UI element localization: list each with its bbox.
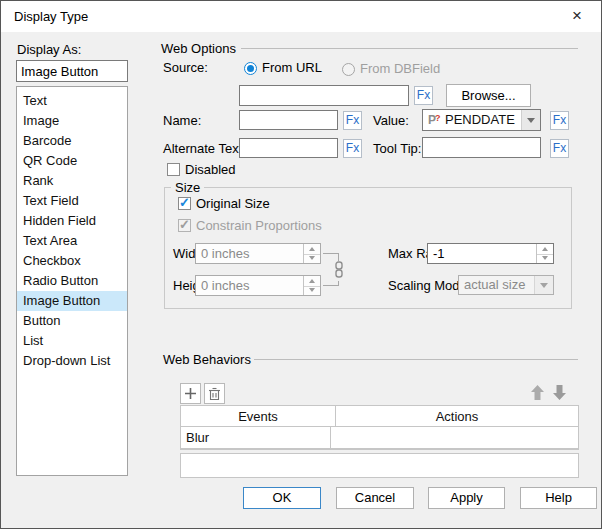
tool-tip-label: Tool Tip: bbox=[373, 141, 421, 156]
behaviors-empty-area bbox=[180, 453, 579, 478]
height-spinner: 0 inches bbox=[195, 275, 321, 296]
help-button[interactable]: Help bbox=[520, 487, 597, 509]
scaling-mode-arrow-zone bbox=[534, 276, 553, 294]
display-as-current-field[interactable] bbox=[16, 60, 128, 82]
list-item-drop-down-list[interactable]: Drop-down List bbox=[17, 351, 127, 371]
check-icon: ✓ bbox=[179, 217, 190, 232]
url-formula-button[interactable]: Fx bbox=[414, 86, 433, 105]
behaviors-table: Events Actions Blur bbox=[180, 405, 579, 450]
spin-up-icon bbox=[309, 247, 315, 251]
name-label: Name: bbox=[163, 113, 201, 128]
title-bar: Display Type × bbox=[1, 1, 601, 32]
original-size-label[interactable]: Original Size bbox=[196, 196, 270, 211]
constrain-proportions-checkbox: ✓ bbox=[178, 219, 191, 232]
width-spin-buttons bbox=[303, 244, 320, 263]
max-ratio-spin-buttons[interactable] bbox=[536, 244, 553, 263]
close-button[interactable]: × bbox=[561, 1, 593, 32]
move-down-button bbox=[551, 383, 568, 402]
name-formula-button[interactable]: Fx bbox=[343, 111, 362, 130]
height-value: 0 inches bbox=[201, 276, 249, 295]
tool-tip-input[interactable] bbox=[422, 137, 541, 158]
link-bracket-bottom bbox=[323, 285, 339, 286]
from-url-label[interactable]: From URL bbox=[262, 60, 322, 75]
list-item-rank[interactable]: Rank bbox=[17, 171, 127, 191]
height-spin-buttons bbox=[303, 276, 320, 295]
size-group-label: Size bbox=[171, 180, 204, 195]
event-cell[interactable]: Blur bbox=[181, 427, 331, 449]
display-as-label: Display As: bbox=[17, 42, 81, 57]
plus-icon bbox=[184, 387, 197, 400]
trash-icon bbox=[208, 387, 221, 401]
chevron-down-icon bbox=[540, 283, 548, 288]
spin-down-icon bbox=[309, 256, 315, 260]
from-dbfield-radio bbox=[342, 63, 355, 76]
list-item-image[interactable]: Image bbox=[17, 111, 127, 131]
list-item-text-field[interactable]: Text Field bbox=[17, 191, 127, 211]
close-icon: × bbox=[572, 6, 582, 25]
url-input[interactable] bbox=[239, 85, 409, 106]
add-behavior-button[interactable] bbox=[180, 383, 201, 404]
alternate-text-input[interactable] bbox=[239, 138, 338, 158]
spin-down-icon bbox=[309, 288, 315, 292]
list-item-checkbox[interactable]: Checkbox bbox=[17, 251, 127, 271]
name-input[interactable] bbox=[239, 110, 338, 130]
alternate-text-label: Alternate Text: bbox=[163, 141, 246, 156]
list-item-image-button-selected[interactable]: Image Button bbox=[17, 291, 127, 311]
list-item-barcode[interactable]: Barcode bbox=[17, 131, 127, 151]
source-label: Source: bbox=[163, 60, 208, 75]
action-cell[interactable] bbox=[331, 427, 578, 449]
from-dbfield-label: From DBField bbox=[360, 61, 440, 76]
scaling-mode-dropdown: actual size bbox=[458, 275, 554, 295]
spin-up-icon bbox=[542, 247, 548, 251]
tool-tip-formula-button[interactable]: Fx bbox=[550, 139, 569, 158]
dialog-title: Display Type bbox=[14, 1, 88, 32]
value-formula-button[interactable]: Fx bbox=[550, 111, 569, 130]
cancel-button[interactable]: Cancel bbox=[336, 487, 414, 509]
events-column-header: Events bbox=[181, 406, 336, 427]
check-icon: ✓ bbox=[179, 195, 190, 210]
value-label: Value: bbox=[373, 113, 409, 128]
list-item-text-area[interactable]: Text Area bbox=[17, 231, 127, 251]
table-row[interactable]: Blur bbox=[181, 427, 578, 449]
table-header-row: Events Actions bbox=[181, 406, 578, 427]
list-item-button[interactable]: Button bbox=[17, 311, 127, 331]
display-as-list: Text Image Barcode QR Code Rank Text Fie… bbox=[16, 86, 128, 476]
apply-button[interactable]: Apply bbox=[428, 487, 505, 509]
value-selected-text: PENDDATE bbox=[445, 112, 515, 127]
scaling-mode-value: actual size bbox=[464, 276, 525, 294]
from-url-radio[interactable] bbox=[244, 62, 257, 75]
original-size-checkbox[interactable]: ✓ bbox=[178, 197, 191, 210]
spin-down-icon bbox=[542, 256, 548, 260]
web-options-header: Web Options bbox=[161, 41, 236, 56]
alternate-text-formula-button[interactable]: Fx bbox=[343, 139, 362, 158]
value-dropdown[interactable]: P ? PENDDATE bbox=[422, 109, 541, 131]
browse-button[interactable]: Browse... bbox=[446, 84, 531, 107]
ok-button[interactable]: OK bbox=[243, 487, 321, 509]
max-ratio-spinner[interactable]: -1 bbox=[427, 243, 554, 264]
move-up-button bbox=[529, 383, 546, 402]
disabled-checkbox[interactable] bbox=[167, 163, 180, 176]
width-value: 0 inches bbox=[201, 244, 249, 263]
spin-up-icon bbox=[309, 279, 315, 283]
max-ratio-value: -1 bbox=[433, 244, 445, 263]
list-item-text[interactable]: Text bbox=[17, 91, 127, 111]
disabled-checkbox-label[interactable]: Disabled bbox=[185, 162, 236, 177]
web-options-separator bbox=[241, 48, 578, 49]
actions-column-header: Actions bbox=[336, 406, 578, 427]
list-item-radio-button[interactable]: Radio Button bbox=[17, 271, 127, 291]
list-item-list[interactable]: List bbox=[17, 331, 127, 351]
arrow-up-icon bbox=[530, 384, 545, 401]
value-dropdown-arrow-zone[interactable] bbox=[521, 110, 540, 130]
display-type-dialog: Display Type × Display As: Text Image Ba… bbox=[0, 0, 602, 529]
arrow-down-icon bbox=[552, 384, 567, 401]
list-item-hidden-field[interactable]: Hidden Field bbox=[17, 211, 127, 231]
chain-link-icon bbox=[334, 261, 344, 281]
web-behaviors-header: Web Behaviors bbox=[163, 352, 251, 367]
width-spinner: 0 inches bbox=[195, 243, 321, 264]
list-item-qr-code[interactable]: QR Code bbox=[17, 151, 127, 171]
parameter-icon: P ? bbox=[428, 113, 442, 126]
web-behaviors-separator bbox=[254, 359, 578, 360]
constrain-proportions-label: Constrain Proportions bbox=[196, 218, 322, 233]
chevron-down-icon bbox=[527, 118, 535, 123]
delete-behavior-button[interactable] bbox=[204, 383, 225, 404]
